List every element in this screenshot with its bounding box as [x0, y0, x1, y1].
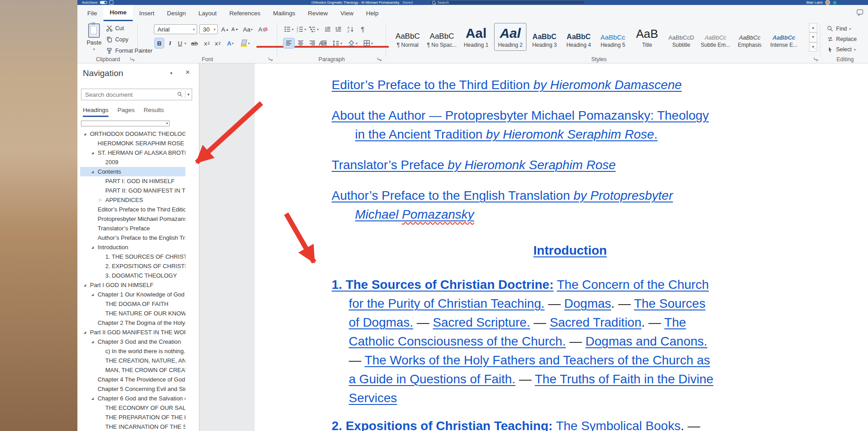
doc-link[interactable]: Translator’s Preface [332, 158, 448, 172]
nav-heading-item[interactable]: Author’s Preface to the English Tra... [80, 233, 185, 242]
nav-heading-item[interactable]: 3. DOGMATIC THEOLOGY [80, 271, 185, 280]
nav-heading-item[interactable]: ◢Part II GOD MANIFEST IN THE WORLD [80, 328, 185, 337]
search-icon[interactable] [177, 91, 183, 98]
clipboard-dialog-launcher-icon[interactable] [130, 57, 135, 62]
justify-button[interactable] [319, 38, 329, 48]
doc-link[interactable]: by Hieromonk Seraphim Rose [486, 127, 654, 141]
style-option-nospace[interactable]: AaBbC¶ No Spac... [426, 23, 458, 51]
font-dialog-launcher-icon[interactable] [268, 57, 273, 62]
nav-tab-headings[interactable]: Headings [83, 107, 108, 117]
styles-dialog-launcher-icon[interactable] [814, 57, 819, 62]
doc-link[interactable]: Editor’s Preface to the Third Edition [332, 78, 533, 92]
doc-link[interactable]: About the Author — Protopresbyter Michae… [332, 108, 709, 122]
sort-button[interactable]: AZ [346, 24, 356, 34]
show-paragraph-marks-button[interactable]: ¶ [357, 24, 368, 34]
nav-tab-pages[interactable]: Pages [117, 107, 135, 117]
shading-button[interactable]: ▾ [347, 38, 358, 48]
doc-link[interactable]: Michael [355, 207, 402, 221]
align-center-button[interactable] [295, 38, 306, 48]
collapse-triangle-icon[interactable]: ◢ [84, 129, 86, 139]
font-size-combobox[interactable]: 30▾ [199, 24, 218, 34]
replace-button[interactable]: Replace [827, 36, 857, 43]
paste-button[interactable]: Paste ▾ [84, 23, 104, 55]
titlebar-search-box[interactable]: Search [429, 0, 585, 5]
nav-heading-item[interactable]: Protopresbyter Michael Pomazans... [80, 214, 185, 224]
navigation-search-box[interactable]: ▾ [81, 89, 192, 100]
italic-button[interactable]: I [166, 38, 175, 48]
style-option-subtle[interactable]: AaBbCcSubtle Em... [699, 23, 732, 51]
doc-link[interactable]: Pomazansky [402, 207, 474, 221]
nav-heading-item[interactable]: Editor’s Preface to the Third Edition [80, 205, 185, 214]
style-option-title[interactable]: AaBTitle [631, 23, 663, 51]
nav-heading-item[interactable]: Chapter 5 Concerning Evil and Sin [80, 384, 185, 394]
nav-heading-item[interactable]: THE CREATION, NATURE, AND... [80, 356, 185, 365]
nav-heading-item[interactable]: THE NATURE OF OUR KNOWLE... [80, 309, 185, 318]
style-option-emphasis[interactable]: AaBbCcEmphasis [733, 23, 766, 51]
change-case-button[interactable]: Aa▾ [243, 24, 253, 34]
doc-link[interactable]: The Symbolical Books [556, 419, 680, 431]
collapse-triangle-icon[interactable]: ◢ [84, 328, 86, 337]
chevron-down-icon[interactable]: ▾ [187, 92, 189, 97]
account-area[interactable]: Blair Laird [806, 0, 837, 5]
doc-link[interactable]: The Sources [634, 296, 706, 310]
nav-heading-item[interactable]: THE ECONOMY OF OUR SALVA... [80, 403, 185, 413]
ribbon-tab-references[interactable]: References [223, 5, 267, 21]
select-button[interactable]: Select▾ [827, 46, 856, 53]
text-effects-button[interactable]: A▾ [226, 38, 235, 48]
strikethrough-button[interactable]: ab [190, 38, 199, 48]
paragraph-dialog-launcher-icon[interactable] [377, 57, 382, 62]
doc-link[interactable]: Dogmas [564, 296, 611, 310]
nav-heading-item[interactable]: THE INCARNATION OF THE SO... [80, 422, 185, 431]
collapse-triangle-icon[interactable]: ◢ [91, 337, 94, 346]
doc-link[interactable]: Services [349, 391, 397, 405]
doc-link[interactable]: The Works of the Holy Fathers and Teache… [364, 353, 710, 367]
avatar[interactable] [825, 0, 830, 5]
style-option-h5[interactable]: AaBbCcHeading 5 [597, 23, 629, 51]
collapse-triangle-icon[interactable]: ◢ [91, 242, 94, 252]
nav-tab-results[interactable]: Results [144, 107, 164, 117]
nav-heading-item[interactable]: PART II: GOD MANIFEST IN THE... [80, 186, 185, 195]
ribbon-tab-review[interactable]: Review [301, 5, 334, 21]
shrink-font-button[interactable]: A▼ [230, 24, 239, 34]
doc-link[interactable]: 2. Expositions of Christian Teaching: [332, 419, 553, 431]
bullets-button[interactable]: ▾ [283, 24, 294, 34]
decrease-indent-button[interactable] [322, 24, 333, 34]
style-option-h4[interactable]: AaBbCHeading 4 [562, 23, 595, 51]
doc-link[interactable]: a Guide in Questions of Faith. [349, 372, 515, 386]
chevron-down-icon[interactable]: ▾ [184, 41, 186, 45]
nav-heading-item[interactable]: ◢Chapter 6 God and the Salvation of... [80, 394, 185, 403]
underline-button[interactable]: U [175, 38, 184, 48]
autosave-toggle[interactable] [100, 1, 107, 4]
doc-link[interactable]: The Concern of the Church [557, 278, 709, 292]
nav-heading-item[interactable]: Chapter 2 The Dogma of the Holy... [80, 318, 185, 328]
collapse-triangle-icon[interactable]: ◢ [91, 394, 94, 403]
increase-indent-button[interactable] [333, 24, 344, 34]
ribbon-tab-file[interactable]: File [81, 5, 103, 21]
doc-link[interactable]: Sacred Scripture. [433, 315, 530, 329]
doc-link[interactable]: by Protopresbyter [574, 189, 673, 202]
ribbon-tab-mailings[interactable]: Mailings [267, 5, 302, 21]
find-button[interactable]: Find▾ [827, 25, 851, 32]
multilevel-list-button[interactable]: ▾ [309, 24, 319, 34]
save-icon[interactable] [109, 0, 113, 4]
document-page[interactable]: Editor’s Preface to the Third Edition by… [255, 63, 868, 431]
comments-icon[interactable] [856, 9, 864, 16]
bold-button[interactable]: B [155, 38, 164, 48]
clear-formatting-button[interactable]: A [258, 24, 267, 34]
nav-heading-item[interactable]: PART I: GOD IN HIMSELF [80, 176, 185, 186]
nav-heading-item[interactable]: 2. EXPOSITIONS OF CHRISTIAN... [80, 261, 185, 271]
ribbon-tab-design[interactable]: Design [161, 5, 192, 21]
align-right-button[interactable] [307, 38, 318, 48]
nav-heading-item[interactable]: 2009 [80, 157, 185, 167]
highlight-color-button[interactable]: ▾ [240, 38, 250, 48]
collapse-triangle-icon[interactable]: ◢ [84, 280, 86, 290]
ribbon-tab-home[interactable]: Home [103, 5, 133, 21]
style-option-intense[interactable]: AaBbCcIntense E... [768, 23, 800, 51]
subscript-button[interactable]: x2 [202, 38, 211, 48]
nav-heading-item[interactable]: c) In the world there is nothing... [80, 346, 185, 356]
nav-heading-item[interactable]: MAN, THE CROWN OF CREATI... [80, 365, 185, 375]
gallery-down-icon[interactable]: ▼ [809, 32, 817, 42]
doc-link[interactable]: of Dogmas. [349, 315, 413, 329]
style-option-subtitle[interactable]: AaBbCcDSubtitle [665, 23, 697, 51]
doc-link[interactable]: The Truths of Faith in the Divine [535, 372, 714, 386]
